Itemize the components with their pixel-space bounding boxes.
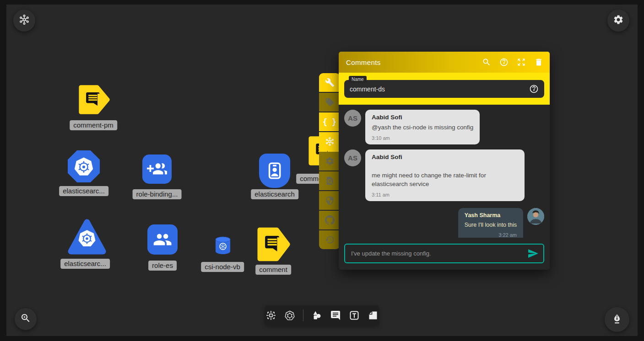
message-time: 3:22 am	[465, 232, 517, 238]
app-window: comment-pmelasticsearc...role-binding...…	[0, 0, 644, 341]
tool-circuit-icon[interactable]	[265, 310, 276, 321]
tool-note-icon[interactable]	[368, 310, 379, 321]
node-csi-node-vb[interactable]	[214, 236, 232, 255]
node-role-es[interactable]	[147, 224, 178, 255]
name-input[interactable]: Name comment-ds	[344, 80, 544, 98]
message-author: Aabid Sofi	[372, 114, 473, 121]
tool-text-icon[interactable]	[349, 310, 360, 321]
message-time: 3:10 am	[372, 135, 473, 141]
zoom-in-icon	[20, 313, 31, 325]
message-text: @yash the csi-node is missing config	[372, 123, 473, 132]
message-list: ASAabid Sofi@yash the csi-node is missin…	[339, 105, 550, 238]
composer-input[interactable]: I've update the missing config.	[351, 250, 527, 257]
panel-title: Comments	[346, 59, 474, 66]
toolbar-divider	[303, 309, 303, 321]
search-icon[interactable]	[482, 58, 491, 67]
tool-history-icon[interactable]	[319, 230, 340, 249]
expand-icon[interactable]	[517, 58, 526, 67]
tool-tag-icon[interactable]	[319, 93, 340, 112]
send-icon[interactable]	[527, 248, 539, 259]
message-author: Yash Sharma	[465, 212, 517, 218]
node-label-comment: comment	[255, 265, 291, 275]
node-label-role-binding: role-binding...	[133, 189, 182, 199]
message-bubble: Aabid Sofime might need to change the ra…	[365, 149, 525, 201]
help-icon[interactable]	[499, 58, 509, 67]
name-field-label: Name	[349, 76, 367, 83]
name-field-section: Name comment-ds	[339, 73, 550, 105]
message-text: Sure I'll look into this	[465, 221, 517, 229]
node-elasticsearch-serviceaccount[interactable]	[259, 154, 290, 188]
node-label-elasticsearch-serviceaccount: elasticsearch	[251, 189, 298, 199]
tool-shapes-icon[interactable]	[311, 310, 322, 321]
tool-comment-icon[interactable]	[330, 310, 341, 321]
message-row: Yash SharmaSure I'll look into this3:22 …	[344, 208, 544, 238]
tool-kubernetes-flower-icon[interactable]	[319, 132, 340, 151]
message-time: 3:11 am	[372, 192, 518, 197]
message-bubble: Yash SharmaSure I'll look into this3:22 …	[458, 208, 523, 238]
message-author: Aabid Sofi	[372, 154, 518, 160]
tool-wrench-icon[interactable]	[319, 73, 340, 92]
node-elasticsearch-triangle[interactable]	[67, 218, 107, 256]
meshery-flower-icon	[19, 14, 30, 27]
node-label-elasticsearch-octagon: elasticsearc...	[59, 186, 108, 196]
name-field-value: comment-ds	[350, 85, 529, 93]
message-text: me might need to change the rate-limit f…	[372, 171, 518, 189]
shape-tools-toolbar	[265, 305, 379, 325]
node-action-toolbar: { }	[319, 73, 340, 249]
field-help-icon[interactable]	[529, 84, 539, 94]
tool-kubernetes-icon[interactable]	[284, 310, 295, 321]
zoom-button[interactable]	[15, 308, 37, 330]
node-elasticsearch-octagon[interactable]	[68, 150, 100, 182]
meshery-menu-button[interactable]	[13, 10, 35, 32]
node-role-binding[interactable]	[142, 155, 172, 184]
settings-gear-icon	[613, 14, 624, 27]
avatar: AS	[344, 149, 361, 166]
node-comment-pm[interactable]	[78, 84, 111, 115]
settings-button[interactable]	[607, 10, 629, 32]
node-label-elasticsearch-triangle: elasticsearc...	[60, 259, 110, 269]
avatar: AS	[344, 110, 361, 127]
tool-gear-icon[interactable]	[319, 152, 340, 170]
message-bubble: Aabid Sofi@yash the csi-node is missing …	[365, 110, 480, 144]
delete-icon[interactable]	[534, 58, 543, 67]
node-label-csi-node-vb: csi-node-vb	[201, 262, 244, 272]
tool-shield-icon[interactable]	[319, 191, 340, 210]
pen-mode-button[interactable]	[605, 307, 629, 332]
message-row: ASAabid Sofi@yash the csi-node is missin…	[344, 110, 544, 144]
message-row: ASAabid Sofime might need to change the …	[344, 149, 544, 201]
tool-doc-search-icon[interactable]	[319, 171, 340, 190]
tool-braces-icon[interactable]: { }	[319, 112, 340, 131]
node-comment[interactable]	[256, 226, 291, 262]
pen-nib-icon	[612, 313, 622, 326]
comments-panel-header[interactable]: Comments	[339, 52, 550, 73]
comments-panel: Comments Name comment-ds ASAabid Sofi@ya…	[339, 52, 550, 270]
avatar	[527, 208, 544, 225]
message-composer[interactable]: I've update the missing config.	[344, 244, 544, 263]
node-label-comment-pm: comment-pm	[70, 120, 117, 130]
tool-github-icon[interactable]	[319, 211, 340, 229]
node-label-role-es: role-es	[148, 261, 177, 271]
